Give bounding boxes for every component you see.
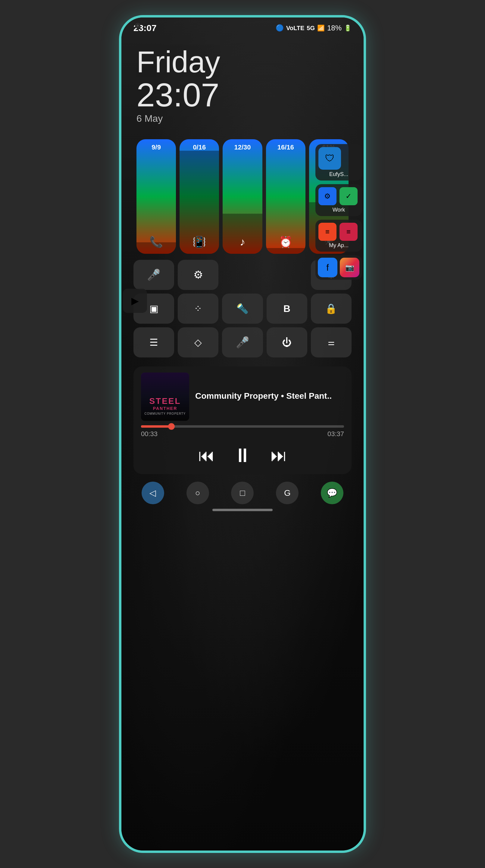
alarm-slider-icon: ⏰ — [279, 236, 292, 248]
vibrate-slider-value: 0/16 — [193, 144, 206, 151]
mic-icon: 🎤 — [147, 269, 161, 281]
album-art: STEEL PANTHER COMMUNITY PROPERTY — [141, 373, 189, 421]
instagram-icon: 📷 — [340, 258, 359, 277]
progress-bar-container[interactable] — [141, 425, 344, 428]
call-slider[interactable]: 9/9 📞 — [136, 139, 176, 254]
eraser-button[interactable]: ◇ — [178, 327, 218, 358]
dots-button[interactable]: ⁘ — [178, 293, 218, 324]
controls-row-3: ☰ ◇ 🎤 ⏻ ⚌ — [133, 327, 352, 358]
mirror-icon: ▣ — [150, 303, 158, 314]
nav-btn-5[interactable]: 💬 — [321, 482, 344, 504]
social-folder[interactable]: f 📷 — [315, 255, 362, 280]
menu-button[interactable]: ☰ — [133, 327, 174, 358]
eufy-icon: 🛡 — [318, 147, 341, 170]
vibrate-slider-icon: 📳 — [193, 236, 206, 248]
rewind-button[interactable]: ⏮ — [198, 446, 215, 465]
music-progress-area[interactable]: 00:33 03:37 — [133, 425, 352, 441]
torch-icon: 🔦 — [236, 303, 249, 314]
youtube-icon[interactable]: ▶ — [123, 289, 147, 313]
settings-sliders-icon: ⚌ — [328, 338, 335, 347]
lockscreen-icon: 🔒 — [325, 303, 337, 314]
gear-button-1[interactable]: ⚙ — [178, 260, 218, 290]
bottom-nav: ◁ ○ □ G 💬 — [121, 477, 364, 509]
battery-icon: 🔋 — [344, 24, 352, 32]
power-button[interactable] — [364, 213, 366, 250]
myap-folder-grid: ≡ ≡ — [318, 223, 359, 241]
album-art-inner: STEEL PANTHER COMMUNITY PROPERTY — [141, 373, 189, 421]
nav-btn-3[interactable]: □ — [231, 482, 254, 504]
network-5g-icon: 5G — [307, 25, 315, 32]
date-short: 6 May — [136, 113, 349, 124]
myap-app-2: ≡ — [340, 223, 358, 241]
pause-button[interactable]: ⏸ — [233, 444, 253, 467]
music-controls: ⏮ ⏸ ⏭ — [133, 441, 352, 474]
total-time: 03:37 — [327, 430, 344, 438]
power-button-ctrl[interactable]: ⏻ — [267, 327, 307, 358]
phone-frame: 23:07 🔵 VoLTE 5G 📶 18% 🔋 Friday 23:07 6 … — [119, 15, 366, 853]
media-slider-value: 12/30 — [234, 144, 251, 151]
right-panel: 🛡 EufyS... ⚙ ✓ Work ≡ ≡ My Ap... — [315, 144, 362, 280]
call-slider-icon: 📞 — [150, 236, 163, 248]
date-display: Friday 23:07 6 May — [121, 36, 364, 127]
front-camera — [135, 23, 140, 28]
settings-sliders-button[interactable]: ⚌ — [311, 327, 352, 358]
volte-icon: VoLTE — [286, 25, 304, 32]
forward-button[interactable]: ⏭ — [270, 446, 287, 465]
progress-bar-fill — [141, 425, 171, 428]
myap-label: My Ap... — [318, 242, 359, 249]
alarm-slider[interactable]: 16/16 ⏰ — [266, 139, 305, 254]
music-top: STEEL PANTHER COMMUNITY PROPERTY Communi… — [133, 367, 352, 425]
date-time-large: 23:07 — [136, 79, 349, 112]
date-day: Friday — [136, 45, 349, 79]
music-player: STEEL PANTHER COMMUNITY PROPERTY Communi… — [133, 367, 352, 474]
music-info: Community Property • Steel Pant.. — [195, 391, 344, 402]
left-panel: ▶ — [123, 289, 147, 316]
myap-app-1: ≡ — [318, 223, 336, 241]
work-folder[interactable]: ⚙ ✓ Work — [315, 184, 362, 216]
bluetooth-icon: B — [284, 303, 290, 314]
work-label: Work — [318, 207, 359, 213]
mic-button-1[interactable]: 🎤 — [133, 260, 174, 290]
nav-btn-1[interactable]: ◁ — [141, 482, 164, 504]
nav-pill-container — [121, 509, 364, 517]
nav-btn-4[interactable]: G — [276, 482, 298, 504]
band-name-2: PANTHER — [144, 406, 186, 411]
battery-percent: 18% — [327, 24, 342, 32]
volume-button[interactable] — [119, 168, 121, 192]
work-app-1: ⚙ — [318, 187, 336, 205]
menu-icon: ☰ — [150, 337, 158, 348]
nav-btn-2[interactable]: ○ — [187, 482, 209, 504]
media-slider-icon: ♪ — [240, 236, 245, 248]
power-icon: ⏻ — [282, 337, 292, 348]
bluetooth-button[interactable]: B — [267, 293, 307, 324]
phone-screen: 23:07 🔵 VoLTE 5G 📶 18% 🔋 Friday 23:07 6 … — [121, 18, 364, 850]
work-app-2: ✓ — [340, 187, 358, 205]
progress-times: 00:33 03:37 — [141, 430, 344, 438]
status-icons: 🔵 VoLTE 5G 📶 18% 🔋 — [276, 24, 352, 32]
call-slider-value: 9/9 — [152, 144, 161, 151]
bluetooth-status-icon: 🔵 — [276, 24, 284, 32]
nav-pill — [213, 509, 272, 511]
eufy-folder[interactable]: 🛡 EufyS... — [315, 144, 362, 181]
lockscreen-button[interactable]: 🔒 — [311, 293, 352, 324]
album-name: COMMUNITY PROPERTY — [144, 412, 186, 415]
media-slider[interactable]: 12/30 ♪ — [223, 139, 262, 254]
dots-icon: ⁘ — [194, 303, 202, 314]
work-folder-grid: ⚙ ✓ — [318, 187, 359, 205]
eraser-icon: ◇ — [194, 337, 202, 348]
alarm-slider-value: 16/16 — [278, 144, 294, 151]
progress-dot — [168, 423, 175, 430]
current-time: 00:33 — [141, 430, 158, 438]
eufy-label: EufyS... — [318, 171, 359, 178]
facebook-icon: f — [318, 258, 337, 277]
mic-icon-2: 🎤 — [236, 336, 250, 349]
mic-button-2[interactable]: 🎤 — [222, 327, 263, 358]
vibrate-slider[interactable]: 0/16 📳 — [180, 139, 219, 254]
myap-folder[interactable]: ≡ ≡ My Ap... — [315, 220, 362, 252]
controls-row-2: ▣ ⁘ 🔦 B 🔒 — [133, 293, 352, 324]
signal-icon: 📶 — [317, 24, 325, 32]
status-bar: 23:07 🔵 VoLTE 5G 📶 18% 🔋 — [121, 18, 364, 36]
gear-icon-1: ⚙ — [193, 269, 203, 281]
torch-button[interactable]: 🔦 — [222, 293, 263, 324]
music-title: Community Property • Steel Pant.. — [195, 391, 344, 401]
